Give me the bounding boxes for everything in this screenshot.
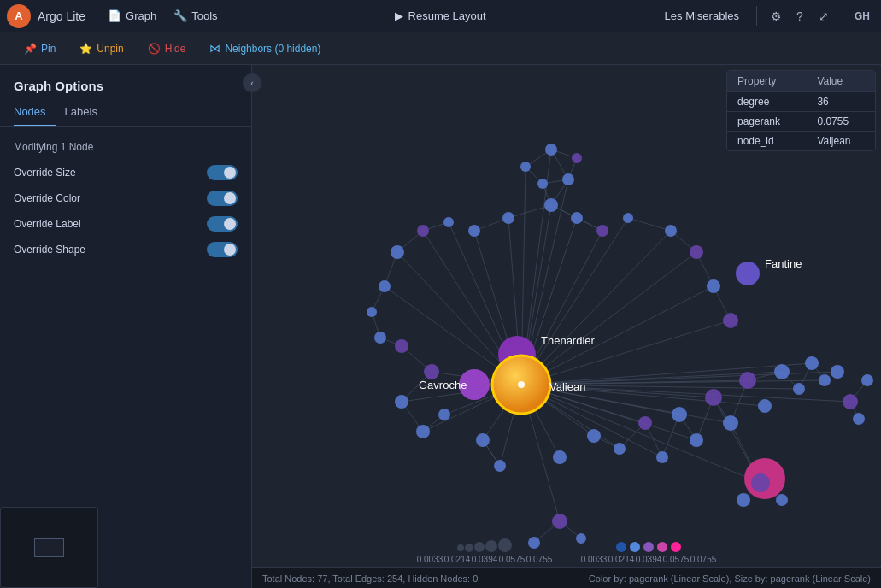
pin-icon: 📌: [24, 43, 37, 55]
graph-toolbar: 📌 Pin ⭐ Unpin 🚫 Hide ⋈ Neighbors (0 hidd…: [0, 32, 881, 65]
minimap-inner: [1, 508, 97, 587]
svg-point-146: [737, 493, 750, 507]
github-button[interactable]: GH: [850, 4, 874, 28]
graph-icon: 📄: [108, 9, 121, 22]
property-name: pagerank: [727, 112, 807, 132]
svg-point-127: [656, 451, 668, 463]
sidebar-collapse-button[interactable]: ‹: [243, 74, 261, 92]
override-label-toggle[interactable]: [207, 216, 238, 232]
help-button[interactable]: ?: [788, 4, 812, 28]
fantine-label: Fantine: [765, 257, 802, 270]
svg-point-107: [443, 217, 454, 227]
svg-point-140: [861, 374, 873, 386]
sidebar: ‹ Graph Options Nodes Labels Modifying 1…: [0, 65, 252, 588]
value-col-header: Value: [807, 71, 875, 92]
override-size-option: Override Size: [0, 160, 251, 185]
override-shape-label: Override Shape: [14, 244, 85, 256]
svg-line-41: [628, 218, 671, 231]
override-shape-toggle[interactable]: [207, 242, 238, 257]
svg-point-134: [774, 364, 790, 379]
svg-point-125: [614, 443, 626, 455]
top-navigation: A Argo Lite 📄 Graph 🔧 Tools ▶ Resume Lay…: [0, 0, 881, 32]
unpin-icon: ⭐: [79, 43, 92, 55]
svg-point-105: [502, 212, 514, 224]
svg-point-133: [758, 399, 772, 413]
svg-point-92: [545, 144, 557, 156]
svg-point-119: [494, 460, 506, 472]
property-col-header: Property: [727, 71, 807, 92]
svg-point-94: [572, 153, 582, 163]
valjean-label: Valiean: [549, 380, 585, 393]
override-size-toggle[interactable]: [207, 165, 238, 180]
status-bar: Total Nodes: 77, Total Edges: 254, Hidde…: [252, 567, 881, 588]
status-left: Total Nodes: 77, Total Edges: 254, Hidde…: [262, 573, 478, 584]
fullscreen-button[interactable]: ⤢: [812, 4, 836, 28]
svg-line-83: [521, 385, 761, 483]
size-label-1: 0.0214: [443, 555, 471, 564]
neighbors-button[interactable]: ⋈ Neighbors (0 hidden): [199, 38, 331, 58]
override-size-label: Override Size: [14, 167, 76, 179]
tab-nodes[interactable]: Nodes: [14, 102, 56, 126]
svg-point-110: [379, 280, 391, 292]
size-legend-labels: 0.0033 0.0214 0.0394 0.0575 0.0755: [416, 555, 553, 564]
resume-layout-button[interactable]: ▶ Resume Layout: [383, 6, 498, 26]
pin-button[interactable]: 📌 Pin: [14, 39, 66, 58]
nodes[interactable]: [367, 144, 873, 549]
modifying-label: Modifying 1 Node: [0, 138, 251, 160]
svg-point-137: [819, 374, 831, 386]
size-label-2: 0.0394: [471, 555, 498, 564]
nav-separator-2: [843, 6, 843, 26]
svg-point-138: [831, 365, 844, 379]
svg-point-93: [520, 162, 531, 172]
unpin-button[interactable]: ⭐ Unpin: [69, 39, 133, 58]
override-color-label: Override Color: [14, 192, 80, 204]
property-name: node_id: [727, 132, 807, 151]
settings-button[interactable]: ⚙: [764, 4, 788, 28]
neighbors-icon: ⋈: [209, 42, 220, 55]
svg-point-122: [552, 514, 567, 529]
svg-point-111: [367, 307, 377, 317]
nav-graph[interactable]: 📄 Graph: [99, 6, 165, 26]
svg-point-147: [776, 494, 788, 506]
nav-tools[interactable]: 🔧 Tools: [165, 6, 226, 26]
svg-point-100: [623, 213, 633, 223]
override-label-label: Override Label: [14, 218, 81, 230]
sidebar-title: Graph Options: [0, 74, 251, 102]
tools-icon: 🔧: [173, 9, 187, 22]
dataset-label: Les Miserables: [665, 9, 739, 22]
sidebar-tabs: Nodes Labels: [0, 102, 251, 127]
svg-point-128: [672, 407, 687, 422]
svg-point-139: [843, 394, 858, 409]
property-table: Property Value degree36pagerank0.0755nod…: [726, 70, 876, 151]
graph-canvas[interactable]: Property Value degree36pagerank0.0755nod…: [252, 65, 881, 588]
main-layout: ‹ Graph Options Nodes Labels Modifying 1…: [0, 65, 881, 588]
logo: A: [7, 4, 31, 28]
svg-point-130: [705, 389, 722, 406]
hide-button[interactable]: 🚫 Hide: [138, 39, 197, 58]
svg-point-141: [853, 413, 865, 425]
property-row: pagerank0.0755: [727, 112, 875, 132]
svg-point-112: [374, 332, 386, 344]
svg-point-104: [723, 313, 738, 328]
edges: [372, 150, 867, 543]
svg-point-97: [544, 198, 558, 212]
override-color-toggle[interactable]: [207, 191, 238, 206]
svg-point-109: [391, 245, 404, 259]
minimap[interactable]: [0, 507, 98, 588]
color-label-3: 0.0575: [662, 555, 690, 564]
svg-point-99: [596, 225, 608, 237]
property-row: degree36: [727, 92, 875, 112]
svg-point-115: [395, 395, 408, 409]
status-right: Color by: pagerank (Linear Scale), Size …: [589, 573, 871, 584]
gavroche-label: Gavroche: [419, 379, 467, 391]
property-value: 36: [807, 92, 875, 112]
svg-point-148: [751, 473, 770, 492]
svg-point-96: [537, 179, 548, 189]
svg-point-113: [395, 339, 408, 353]
override-shape-option: Override Shape: [0, 237, 251, 262]
minimap-viewport: [34, 538, 64, 557]
tab-labels[interactable]: Labels: [65, 102, 108, 126]
nav-separator: [756, 6, 757, 26]
color-legend-labels: 0.0033 0.0214 0.0394 0.0575 0.0755: [580, 555, 717, 564]
svg-point-116: [416, 425, 430, 438]
